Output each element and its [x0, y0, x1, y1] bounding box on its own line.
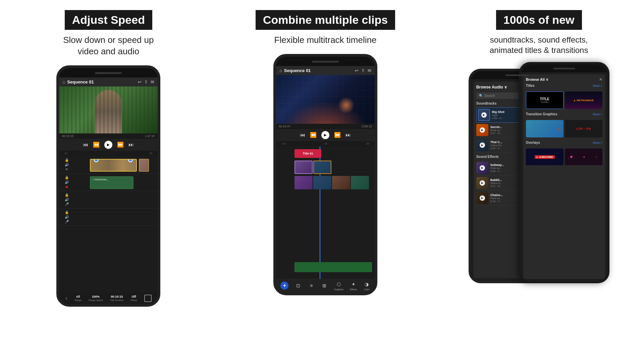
track-1-play[interactable]: ▶ — [476, 124, 488, 136]
timecode-bar-2: 00:16 07 0:58 10 — [276, 124, 375, 129]
ruler-mark-10-2: :10 — [281, 142, 285, 145]
playback-controls-2: ⏮ ⏪ ▶ ⏩ ⏭ — [276, 129, 375, 141]
step-fwd-btn-2[interactable]: ⏩ — [334, 132, 341, 138]
mic-icon: 🎤 — [65, 202, 69, 206]
browse-header: Browse All ∨ ✕ — [526, 77, 602, 82]
track-0-play[interactable]: ▶ — [478, 109, 490, 121]
clip-icon: ⊡ — [295, 282, 302, 289]
audio-strip-wave — [294, 262, 372, 272]
toolbar-btn-transform[interactable]: ⊞ — [321, 282, 328, 289]
play-btn-2[interactable]: ▶ — [321, 131, 329, 139]
lock-icon-4: 🔒 — [65, 210, 69, 214]
lock-icon-2: 🔒 — [65, 176, 69, 179]
video-clip[interactable] — [90, 159, 137, 172]
eye-icon: 👁 — [65, 168, 68, 171]
trans-preview-2[interactable]: LOR - EM — [565, 120, 602, 137]
sfx-2-play[interactable]: ▶ — [476, 192, 488, 204]
browse-close-btn[interactable]: ✕ — [599, 77, 602, 82]
titles-more[interactable]: More > — [593, 84, 602, 87]
duration-label: Clip Duration — [110, 299, 123, 301]
sfx-0-play-btn[interactable]: ▶ — [480, 165, 485, 171]
skip-back-btn-2[interactable]: ⏮ — [300, 132, 305, 138]
voiceover-clip[interactable]: ♪ VoiceOver_ — [90, 176, 133, 189]
overlay-preview-2[interactable]: ♥ ♥ ♥ — [565, 148, 602, 165]
phone-1: ⌂ Sequence 01 ↩ ⇧ ✉ 00:18 15 1:47 67 — [56, 65, 160, 307]
ruler-mark-15: :15 — [323, 142, 327, 145]
comment-icon[interactable]: ✉ — [151, 79, 154, 84]
play-btn[interactable]: ▶ — [104, 141, 112, 149]
share-icon[interactable]: ⇧ — [144, 79, 148, 84]
subscribe-btn: ► SUBSCRIBE — [535, 155, 555, 159]
section-combine-clips: Combine multiple clips Flexible multitra… — [217, 0, 434, 362]
track-1-play-btn[interactable]: ▶ — [480, 127, 485, 133]
toolbar-btn-clip[interactable]: ⊡ — [295, 282, 302, 289]
clip-duration-btn[interactable]: 00:10:15 Clip Duration — [110, 295, 123, 301]
range-label: Range — [74, 299, 82, 301]
timecode2: 1:47 67 — [145, 134, 155, 138]
skip-back-btn[interactable]: ⏮ — [83, 142, 88, 148]
video-track: 🔒 🔊 👁 — [59, 156, 158, 174]
track-0-play-btn[interactable]: ▶ — [481, 112, 487, 118]
phone2-header: ⌂ Sequence 01 ↩ ⇧ ✉ — [276, 66, 375, 75]
browse-audio-title[interactable]: Browse Audio ∨ — [476, 85, 507, 89]
transform-icon: ⊞ — [321, 282, 328, 289]
overlays-more[interactable]: More > — [593, 141, 602, 144]
overlay-preview-1[interactable]: ► SUBSCRIBE — [526, 148, 564, 165]
mic-icon-2: 🎤 — [65, 220, 69, 224]
step-fwd-btn[interactable]: ⏩ — [117, 141, 124, 148]
ramp-btn[interactable]: Off Ramp — [131, 295, 137, 301]
color-icon: ◑ — [363, 281, 370, 288]
lock-icon-3: 🔒 — [65, 193, 69, 197]
playback-controls: ⏮ ⏪ ▶ ⏩ ⏭ — [59, 139, 158, 151]
section3-title: 1000s of new — [496, 10, 582, 30]
comment-icon-2[interactable]: ✉ — [368, 68, 371, 73]
step-back-btn[interactable]: ⏪ — [93, 141, 100, 148]
sfx-label: Sound Effects — [476, 155, 499, 159]
home-icon-2: ⌂ — [279, 68, 282, 73]
vs-thumb-3 — [294, 176, 313, 189]
extra-track-2: 🔒 🔊 🎤 — [59, 208, 158, 226]
toolbar-btn-color[interactable]: ◑ Color — [363, 281, 370, 291]
toolbar-btn-graphics[interactable]: ⬡ Graphics — [334, 281, 343, 291]
sfx-1-play[interactable]: ▶ — [476, 177, 488, 189]
timeline-ruler: 10 20 — [59, 151, 158, 156]
lock-icon: 🔒 — [65, 158, 69, 162]
track-2-play[interactable]: ▶ — [476, 139, 488, 151]
section-audio-browse: 1000s of new soundtracks, sound effects,… — [434, 0, 644, 362]
section-adjust-speed: Adjust Speed Slow down or speed up video… — [0, 0, 217, 362]
ruler-marks-2: :10 :15 :20 — [279, 142, 372, 145]
undo-icon[interactable]: ↩ — [138, 79, 142, 84]
skip-fwd-btn[interactable]: ⏭ — [128, 142, 134, 148]
title-preview-2[interactable]: ▲ RETROWAVE — [565, 92, 602, 109]
add-button[interactable]: + — [280, 282, 288, 290]
record-icon[interactable]: ⏺ — [65, 185, 68, 189]
sfx-0-play[interactable]: ▶ — [476, 162, 488, 174]
timecode1: 00:18 15 — [62, 134, 73, 138]
audio-icon: 🔊 — [65, 163, 69, 167]
transition-more[interactable]: More > — [593, 113, 602, 116]
skip-fwd-btn-2[interactable]: ⏭ — [345, 132, 351, 138]
title-preview-1[interactable]: TITLE Subtitle — [526, 92, 564, 109]
nav-back-arrow[interactable]: ‹ — [65, 295, 67, 302]
trans-arrow: » — [557, 125, 561, 133]
share-icon-2[interactable]: ⇧ — [361, 68, 365, 73]
track-2-play-btn[interactable]: ▶ — [480, 142, 485, 148]
sequence-title: Sequence 01 — [67, 79, 94, 84]
vs-thumb-4 — [313, 176, 331, 189]
toolbar-btn-tracks[interactable]: ≡ — [308, 282, 315, 289]
range-btn[interactable]: All Range — [74, 295, 82, 301]
undo-icon-2[interactable]: ↩ — [355, 68, 359, 73]
range-speed-btn[interactable]: 100% Range Speed — [89, 295, 103, 301]
browse-all-title[interactable]: Browse All ∨ — [526, 77, 549, 82]
audio-icon-3: 🔊 — [65, 198, 69, 201]
timeline-ruler-2: :10 :15 :20 — [276, 141, 375, 146]
step-back-btn-2[interactable]: ⏪ — [310, 132, 317, 138]
sfx-2-play-btn[interactable]: ▶ — [480, 195, 485, 201]
sfx-1-play-btn[interactable]: ▶ — [480, 180, 485, 186]
audio-icon-4: 🔊 — [65, 215, 69, 219]
phone1-header: ⌂ Sequence 01 ↩ ⇧ ✉ — [59, 77, 158, 86]
trans-preview-1[interactable]: » — [526, 120, 564, 137]
titles-header: Titles More > — [526, 84, 602, 87]
title-clip[interactable]: Title 01 — [294, 149, 321, 158]
toolbar-btn-effects[interactable]: ✦ Effects — [350, 281, 357, 291]
